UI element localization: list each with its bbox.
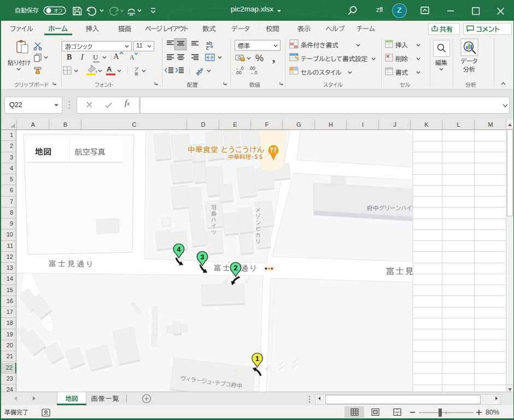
svg-text:4: 4 — [177, 246, 181, 253]
svg-text:2: 2 — [234, 264, 238, 272]
svg-text:1: 1 — [255, 355, 259, 363]
svg-text:3: 3 — [201, 253, 205, 261]
